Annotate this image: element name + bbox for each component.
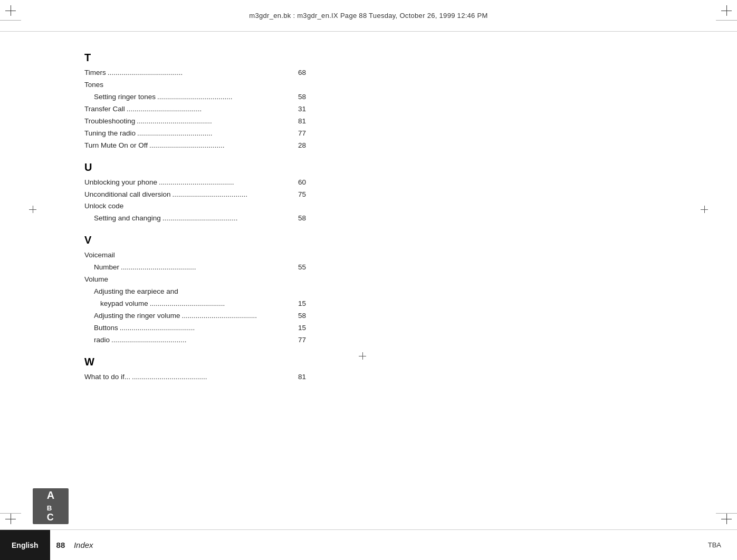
footer-page-info: 88 Index — [56, 540, 93, 549]
entry-dots: ...................................... — [173, 189, 296, 201]
entry-dots: ...................................... — [121, 262, 296, 274]
entry-dots: ...................................... — [132, 371, 296, 383]
entry-label: Transfer Call — [84, 103, 125, 115]
entry-num: 31 — [298, 103, 306, 115]
index-entry: Tones — [84, 79, 306, 91]
index-entry: keypad volume ..........................… — [84, 298, 306, 310]
abc-letter-c: C — [47, 513, 54, 523]
hline-bottom-left — [0, 513, 21, 514]
index-entry: Adjusting the ringer volume ............… — [84, 310, 306, 322]
entry-label: Tuning the radio — [84, 128, 136, 140]
index-entry: What to do if... .......................… — [84, 371, 306, 383]
entry-num: 60 — [298, 177, 306, 189]
entry-label: Turn Mute On or Off — [84, 140, 148, 152]
entry-dots: ...................................... — [182, 310, 296, 322]
entry-dots: ...................................... — [111, 334, 296, 346]
entry-label: What to do if... — [84, 371, 130, 383]
entry-num: 58 — [298, 213, 306, 225]
index-entry: Turn Mute On or Off ....................… — [84, 140, 306, 152]
index-entry: Number .................................… — [84, 262, 306, 274]
index-entry: Transfer Call ..........................… — [84, 103, 306, 115]
index-entry: Tuning the radio .......................… — [84, 128, 306, 140]
cross-bottom-center — [359, 352, 366, 360]
entry-num: 77 — [298, 128, 306, 140]
index-entry: Unlock code — [84, 200, 306, 213]
entry-label: Setting ringer tones — [94, 91, 156, 103]
entry-num: 58 — [298, 91, 306, 103]
entry-dots: ...................................... — [157, 91, 296, 103]
abc-icon-text: A B C — [47, 489, 54, 523]
entry-label: Adjusting the earpiece and — [94, 286, 178, 298]
footer-bar: English 88 Index TBA — [0, 529, 737, 560]
entry-dots: ...................................... — [108, 67, 296, 79]
entry-num: 58 — [298, 310, 306, 322]
entry-label: Unblocking your phone — [84, 177, 157, 189]
entry-dots: ...................................... — [162, 213, 296, 225]
abc-letter-b: B — [47, 501, 54, 513]
crop-mark-bottom-right — [721, 514, 732, 524]
index-content: TTimers ................................… — [84, 42, 306, 383]
entry-num: 81 — [298, 371, 306, 383]
index-entry: Unconditional call diversion ...........… — [84, 189, 306, 201]
footer-language: English — [0, 530, 50, 560]
entry-label: Unconditional call diversion — [84, 189, 171, 201]
section-heading-t: T — [84, 52, 306, 64]
entry-num: 75 — [298, 189, 306, 201]
section-heading-u: U — [84, 161, 306, 173]
abc-icon: A B C — [33, 488, 69, 524]
entry-label: Number — [94, 262, 119, 274]
footer-page-number: 88 — [56, 540, 65, 549]
entry-label: Voicemail — [84, 249, 115, 262]
index-entry: Unblocking your phone ..................… — [84, 177, 306, 189]
footer-page-title: Index — [74, 540, 93, 549]
entry-dots: ...................................... — [149, 140, 296, 152]
entry-dots: ...................................... — [127, 103, 296, 115]
entry-label: Adjusting the ringer volume — [94, 310, 180, 322]
index-entry: Troubleshooting ........................… — [84, 115, 306, 128]
entry-dots: ...................................... — [120, 322, 296, 334]
header-title: m3gdr_en.bk : m3gdr_en.IX Page 88 Tuesda… — [249, 12, 487, 20]
entry-num: 28 — [298, 140, 306, 152]
index-entry: Setting and changing ...................… — [84, 213, 306, 225]
index-entry: Buttons ................................… — [84, 322, 306, 334]
entry-num: 77 — [298, 334, 306, 346]
index-entry: Setting ringer tones ...................… — [84, 91, 306, 103]
entry-num: 15 — [298, 322, 306, 334]
entry-num: 55 — [298, 262, 306, 274]
entry-label: Volume — [84, 274, 108, 286]
cross-right-mid — [701, 206, 708, 213]
entry-label: Unlock code — [84, 200, 123, 213]
header-bar: m3gdr_en.bk : m3gdr_en.IX Page 88 Tuesda… — [0, 0, 737, 32]
index-entry: Volume — [84, 274, 306, 286]
entry-label: Troubleshooting — [84, 115, 135, 128]
entry-label: keypad volume — [100, 298, 148, 310]
entry-label: radio — [94, 334, 110, 346]
entry-num: 81 — [298, 115, 306, 128]
footer-tba: TBA — [708, 541, 721, 549]
entry-label: Buttons — [94, 322, 118, 334]
entry-num: 68 — [298, 67, 306, 79]
entry-label: Timers — [84, 67, 106, 79]
entry-dots: ...................................... — [159, 177, 296, 189]
section-heading-v: V — [84, 234, 306, 246]
entry-label: Tones — [84, 79, 103, 91]
entry-label: Setting and changing — [94, 213, 161, 225]
entry-num: 15 — [298, 298, 306, 310]
cross-left-mid — [29, 206, 36, 213]
abc-letter-a: A — [47, 489, 54, 501]
index-entry: Voicemail — [84, 249, 306, 262]
entry-dots: ...................................... — [150, 298, 296, 310]
hline-bottom-right — [716, 513, 737, 514]
index-entry: Timers .................................… — [84, 67, 306, 79]
index-entry: radio ..................................… — [84, 334, 306, 346]
entry-dots: ...................................... — [137, 128, 296, 140]
index-entry: Adjusting the earpiece and — [84, 286, 306, 298]
entry-dots: ...................................... — [137, 115, 296, 128]
section-heading-w: W — [84, 356, 306, 368]
crop-mark-bottom-left — [5, 514, 16, 524]
